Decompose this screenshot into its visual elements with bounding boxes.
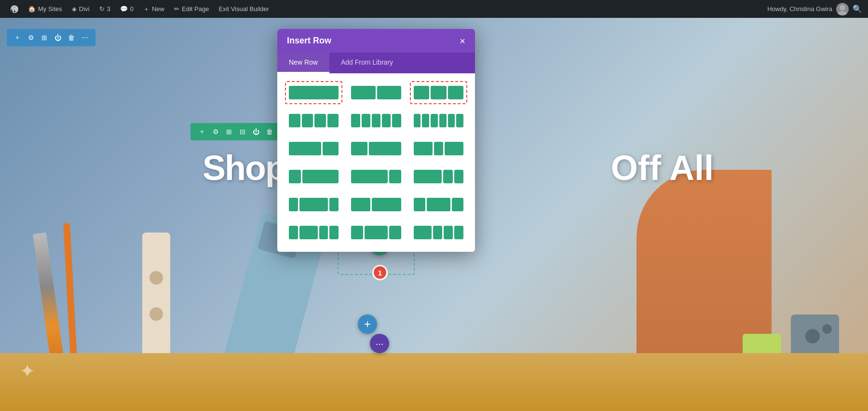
layout-1-3[interactable] [285,165,342,188]
cube-hole-2 [822,324,832,334]
layout-wide-narrow-wide[interactable] [410,165,467,188]
insert-row-dialog: Insert Row × New Row Add From Library [277,29,475,252]
hero-text-shop: Shop [203,148,285,188]
dialog-body [277,73,475,252]
avatar [836,3,849,15]
dialog-title: Insert Row [287,36,331,46]
dialog-tabs: New Row Add From Library [277,53,475,73]
refresh-icon: ↻ [99,5,105,13]
layout-mixed-2[interactable] [347,193,405,216]
row-power-button[interactable]: ⏻ [250,126,262,137]
layout-2col-equal[interactable] [347,81,405,104]
divi-icon: ◈ [72,5,77,13]
section-toolbar: ＋ ⚙ ⊞ ⏻ 🗑 ⋯ [7,29,95,46]
layout-4col[interactable] [285,109,342,132]
edit-page-button[interactable]: ✏ Edit Page [169,0,214,18]
layout-3-1[interactable] [347,165,405,188]
layout-1-2[interactable] [347,137,405,160]
admin-bar-left: 🏠 My Sites ◈ Divi ↻ 3 💬 0 ＋ New ✏ Edit P… [6,0,767,18]
new-content-menu[interactable]: ＋ New [138,0,169,18]
divi-menu[interactable]: ◈ Divi [67,0,95,18]
board-hole-1 [149,271,163,285]
divi-logo-bottom: ✦ [19,360,36,382]
admin-bar-right: Howdy, Christina Gwira 🔍 [767,3,862,15]
more-options-button[interactable]: ··· [370,334,389,353]
dialog-header: Insert Row × [277,29,475,53]
layout-mixed-1[interactable] [285,193,342,216]
section-delete-button[interactable]: 🗑 [66,32,77,43]
cube-hole-1 [805,329,820,343]
row-duplicate-button[interactable]: ⊞ [223,126,235,137]
comment-icon: 💬 [120,5,128,13]
add-section-button[interactable]: + [358,315,377,334]
svg-point-0 [840,5,845,11]
tab-add-from-library[interactable]: Add From Library [329,53,405,73]
row-delete-button[interactable]: 🗑 [264,126,275,137]
section-add-button[interactable]: ＋ [12,32,23,43]
wp-logo[interactable] [6,0,23,18]
updates-menu[interactable]: ↻ 3 [95,0,115,18]
layout-6col[interactable] [410,109,467,132]
row-settings-button[interactable]: ⚙ [210,126,221,137]
search-icon[interactable]: 🔍 [853,4,862,14]
section-power-button[interactable]: ⏻ [52,32,64,43]
plus-icon: ＋ [143,5,149,14]
section-settings-button[interactable]: ⚙ [25,32,37,43]
home-icon: 🏠 [28,5,36,13]
svg-point-1 [838,11,847,15]
exit-visual-builder-button[interactable]: Exit Visual Builder [214,0,274,18]
bottom-gold-section [0,353,868,411]
row-toolbar: ＋ ⚙ ⊞ ⊟ ⏻ 🗑 [190,123,281,140]
section-duplicate-button[interactable]: ⊞ [39,32,50,43]
layout-5col[interactable] [347,109,405,132]
layout-mixed-3[interactable] [410,193,467,216]
tab-new-row[interactable]: New Row [277,53,329,73]
layout-1col[interactable] [285,81,342,104]
layout-var-2[interactable] [347,221,405,244]
my-sites-menu[interactable]: 🏠 My Sites [23,0,67,18]
row-column-button[interactable]: ⊟ [237,126,248,137]
layout-2-1[interactable] [285,137,342,160]
layout-var-1[interactable] [285,221,342,244]
badge-1: 1 [372,265,388,280]
comments-menu[interactable]: 💬 0 [115,0,138,18]
user-greeting: Howdy, Christina Gwira [767,5,832,13]
layout-large-small-large[interactable] [410,137,467,160]
admin-bar: 🏠 My Sites ◈ Divi ↻ 3 💬 0 ＋ New ✏ Edit P… [0,0,868,18]
section-more-button[interactable]: ⋯ [79,32,91,43]
layout-3col-equal[interactable] [410,81,467,104]
row-add-button[interactable]: ＋ [196,126,208,137]
board-hole-2 [149,307,163,321]
hero-text-off-all: Off All [611,148,714,188]
dialog-close-button[interactable]: × [460,36,465,46]
layout-var-3[interactable] [410,221,467,244]
edit-icon: ✏ [174,5,179,13]
